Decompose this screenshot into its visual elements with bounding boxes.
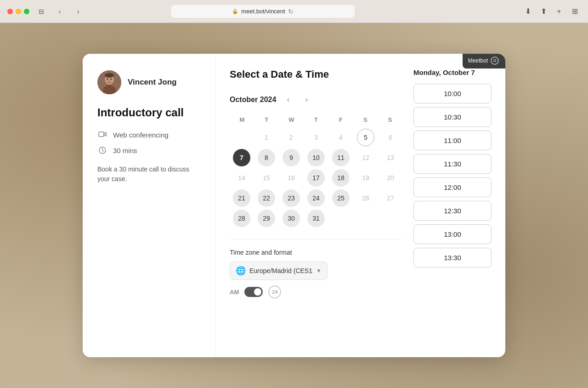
meetbot-icon: ⚙ [491,57,499,65]
calendar-section: Select a Date & Time October 2024 ‹ › M … [230,68,413,342]
svg-point-2 [105,73,114,78]
calendar-weekdays: M T W T F S S [230,114,402,125]
address-bar[interactable]: 🔒 meet.bot/vincent ↻ [171,5,355,18]
refresh-icon: ↻ [288,8,294,15]
month-year: October 2024 [230,96,276,104]
calendar-day-16: 16 [283,169,300,187]
globe-icon: 🌐 [236,266,246,276]
meeting-title: Introductory call [97,105,201,120]
duration-label: 30 mins [113,147,137,154]
timeslot-1100[interactable]: 11:00 [413,131,492,150]
calendar-header: October 2024 ‹ › [230,93,402,106]
next-month-button[interactable]: › [300,93,313,106]
forward-button[interactable]: › [72,5,85,18]
calendar-day-27: 27 [382,189,399,207]
web-conferencing-row: Web conferencing [97,130,201,140]
web-conferencing-label: Web conferencing [113,131,169,139]
calendar-day-23[interactable]: 23 [283,189,300,207]
back-button[interactable]: ‹ [53,5,66,18]
calendar-day-17[interactable]: 17 [307,169,325,187]
new-tab-icon[interactable]: + [553,6,565,17]
minimize-window-button[interactable] [16,9,21,14]
calendar-day-empty [382,210,399,227]
timeslot-1130[interactable]: 11:30 [413,154,492,174]
share-icon[interactable]: ⬆ [537,6,549,17]
calendar-day-29[interactable]: 29 [258,210,275,227]
prev-month-button[interactable]: ‹ [282,93,294,106]
svg-point-6 [109,80,110,81]
calendar-day-10[interactable]: 10 [307,149,325,166]
calendar-day-14: 14 [233,169,250,187]
calendar-day-9[interactable]: 9 [283,149,300,166]
tab-overview-icon[interactable]: ⊞ [569,6,581,17]
timeslots-panel: Monday, October 7 10:0010:3011:0011:3012… [413,68,492,342]
calendar-day-empty [357,210,374,227]
page-content: Meetbot ⚙ [0,23,588,388]
calendar-day-empty [332,210,350,227]
calendar-day-5[interactable]: 5 [357,129,374,146]
calendar-day-21[interactable]: 21 [233,189,250,207]
am-label: AM [230,289,239,296]
close-window-button[interactable] [7,9,13,14]
lock-icon: 🔒 [232,8,238,14]
calendar-day-30[interactable]: 30 [283,210,300,227]
toggle-thumb [254,288,261,296]
calendar-day-25[interactable]: 25 [332,189,350,207]
calendar-day-7[interactable]: 7 [233,149,250,166]
avatar [97,70,121,94]
profile-name: Vincent Jong [128,78,176,87]
profile-section: Vincent Jong [97,70,201,94]
chevron-down-icon: ▼ [316,268,322,274]
calendar-day-22[interactable]: 22 [258,189,275,207]
weekday-sun: S [378,114,402,125]
sidebar-toggle-button[interactable]: ⊟ [35,5,48,18]
calendar-day-11[interactable]: 11 [332,149,350,166]
svg-point-5 [111,79,112,80]
timeslot-1000[interactable]: 10:00 [413,84,492,103]
calendar-day-24[interactable]: 24 [307,189,325,207]
browser-chrome: ⊟ ‹ › 🔒 meet.bot/vincent ↻ ⬇ ⬆ + ⊞ [0,0,588,23]
calendar-day-26: 26 [357,189,374,207]
calendar-day-20: 20 [382,169,399,187]
24h-toggle[interactable] [244,287,263,297]
weekday-thu: T [304,114,328,125]
calendar-day-4: 4 [332,129,350,146]
format-24-label: 24 [272,289,277,295]
meetbot-label: Meetbot [468,57,488,64]
timezone-select[interactable]: 🌐 Europe/Madrid (CES1 ▼ [230,262,328,280]
format-row: AM 24 [230,285,402,298]
calendar-day-31[interactable]: 31 [307,210,325,227]
timezone-label: Time zone and format [230,249,402,256]
timeslot-1230[interactable]: 12:30 [413,201,492,221]
clock-icon [97,145,107,155]
weekday-mon: M [230,114,254,125]
weekday-sat: S [353,114,378,125]
calendar-day-28[interactable]: 28 [233,210,250,227]
calendar-grid: M T W T F S S 12345678910111213141516171… [230,114,402,228]
weekday-wed: W [279,114,304,125]
selected-date-label: Monday, October 7 [413,68,492,76]
timeslot-1030[interactable]: 10:30 [413,107,492,127]
browser-right-icons: ⬇ ⬆ + ⊞ [522,6,581,17]
calendar-day-15: 15 [258,169,275,187]
svg-rect-7 [99,132,104,137]
download-icon[interactable]: ⬇ [522,6,534,17]
timeslot-1330[interactable]: 13:30 [413,248,492,268]
calendar-days: 1234567891011121314151617181920212223242… [230,128,402,228]
traffic-lights [7,9,29,14]
section-title: Select a Date & Time [230,68,402,80]
calendar-day-13: 13 [382,149,399,166]
timeslots-list: 10:0010:3011:0011:3012:0012:3013:0013:30 [413,84,492,268]
calendar-day-19: 19 [357,169,374,187]
url-text: meet.bot/vincent [241,8,285,15]
timeslot-1300[interactable]: 13:00 [413,224,492,244]
maximize-window-button[interactable] [24,9,29,14]
calendar-day-18[interactable]: 18 [332,169,350,187]
duration-row: 30 mins [97,145,201,155]
24h-format-button[interactable]: 24 [268,285,281,298]
timeslot-1200[interactable]: 12:00 [413,177,492,197]
calendar-day-8[interactable]: 8 [258,149,275,166]
calendar-day-2: 2 [283,129,300,146]
left-panel: Vincent Jong Introductory call Web confe… [83,54,216,357]
timezone-section: Time zone and format 🌐 Europe/Madrid (CE… [230,239,402,298]
